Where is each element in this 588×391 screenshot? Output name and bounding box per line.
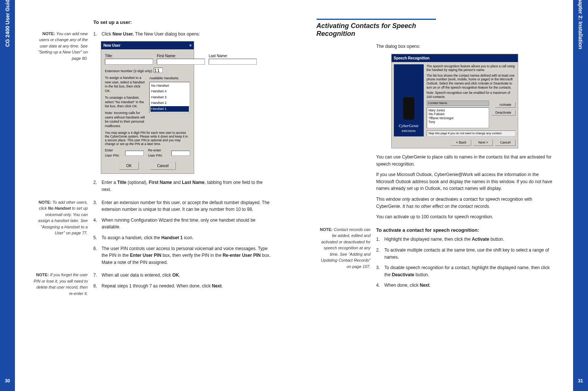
right-p4: You can activate up to 100 contacts for … xyxy=(376,213,555,221)
dialog-opens-text: The dialog box opens: xyxy=(376,43,555,50)
step-2: Enter a Title (optional), First Name and… xyxy=(93,179,272,193)
left-steps-1: Click New User. The New User dialog box … xyxy=(93,31,272,38)
title-input xyxy=(105,59,153,65)
back-button: < Back xyxy=(451,139,471,146)
right-p3: This window only activates or deactivate… xyxy=(376,196,555,210)
cancel-button-sr: Cancel xyxy=(495,139,515,146)
margin-note-2: NOTE: To add other users, click No Hands… xyxy=(34,199,93,270)
right-tab-label: Chapter 2: Installation xyxy=(578,0,584,49)
firstname-input xyxy=(157,59,205,65)
page-number-right: 31 xyxy=(573,378,588,384)
phone-icon xyxy=(403,97,414,120)
step-6: The user PIN controls user access to per… xyxy=(93,245,272,266)
right-p1: You can use CyberGenie to place calls to… xyxy=(376,154,555,167)
page-left: CG 2400 User Guide 30 To set up a user: … xyxy=(0,0,294,391)
step-3: Enter an extension number for this user,… xyxy=(93,199,272,213)
step-7: When all user data is entered, click OK. xyxy=(93,272,272,279)
r-step-1: Highlight the displayed name, then click… xyxy=(376,236,555,243)
lastname-input xyxy=(209,59,257,65)
step-1: Click New User. The New User dialog box … xyxy=(93,31,272,38)
step-4: When running Configuration Wizard the fi… xyxy=(93,217,272,231)
left-steps-3: Enter an extension number for this user,… xyxy=(93,199,272,266)
step-8: Repeat steps 1 through 7 as needed. When… xyxy=(93,283,272,290)
section-title: Activating Contacts for Speech Recogniti… xyxy=(317,19,436,38)
margin-note-1: NOTE: You can add new users or change an… xyxy=(34,31,93,197)
deactivate-button: Deactivate xyxy=(491,110,516,116)
new-user-dialog-figure: New User × Title: First Name: Last Name:… xyxy=(101,41,194,174)
left-heading: To set up a user: xyxy=(93,19,272,26)
right-steps: Highlight the displayed name, then click… xyxy=(376,236,555,289)
left-side-tab: CG 2400 User Guide xyxy=(0,0,15,391)
right-side-tab: Chapter 2: Installation xyxy=(573,0,588,391)
sr-titlebar: Speech Recognition xyxy=(392,54,518,62)
page-number-left: 30 xyxy=(0,378,15,384)
right-p2: If you use Microsoft Outlook, CyberGenie… xyxy=(376,171,555,192)
speech-recognition-dialog-figure: Speech Recognition CyberGenie ERICSSON T… xyxy=(391,54,518,149)
ok-button: OK xyxy=(119,162,139,170)
pin-reenter-input xyxy=(171,151,190,156)
right-subheading: To activate a contact for speech recogni… xyxy=(376,227,555,234)
r-step-4: When done, click Next. xyxy=(376,282,555,289)
cancel-button: Cancel xyxy=(150,162,176,170)
activate-button: Activate xyxy=(495,102,515,108)
close-icon: × xyxy=(189,43,192,48)
pin-input xyxy=(125,151,144,156)
step-5: To assign a handset, click the Handset 1… xyxy=(93,234,272,241)
margin-note-3: NOTE: If you forget the user PIN or lose… xyxy=(34,272,93,296)
page-right: Chapter 2: Installation 31 Activating Co… xyxy=(294,0,588,391)
right-margin-note: NOTE: Contact records can be added, edit… xyxy=(317,227,376,293)
left-steps-2: Enter a Title (optional), First Name and… xyxy=(93,179,272,193)
left-tab-label: CG 2400 User Guide xyxy=(4,0,10,47)
r-step-2: To activate multiple contacts at the sam… xyxy=(376,247,555,261)
dialog-titlebar: New User × xyxy=(101,41,194,49)
r-step-3: To disable speech recognition for a cont… xyxy=(376,264,555,278)
handset-list: No Handset Handset 4 Handset 3 Handset 2… xyxy=(149,82,190,113)
extension-input xyxy=(154,68,163,73)
sr-sidebar: CyberGenie ERICSSON xyxy=(394,64,424,136)
next-button: Next > xyxy=(473,139,493,146)
left-steps-7: When all user data is entered, click OK.… xyxy=(93,272,272,289)
contact-list: Mary Jones Stu Fabiani Tiffanie McGregor… xyxy=(427,107,489,128)
